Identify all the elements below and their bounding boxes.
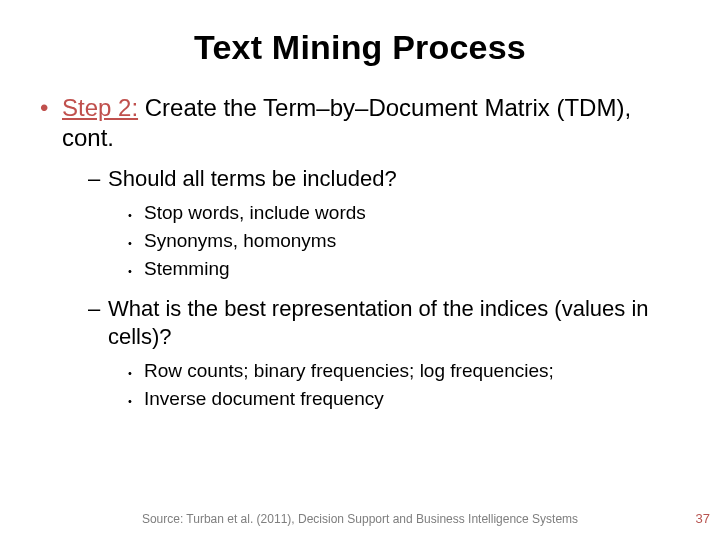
sub-item-text: Stemming <box>144 257 230 283</box>
step-line: • Step 2: Create the Term–by–Document Ma… <box>40 93 680 153</box>
sub-item-text: Stop words, include words <box>144 201 366 227</box>
step-rest: Create the Term–by–Document Matrix (TDM)… <box>62 94 631 151</box>
question-2-text: What is the best representation of the i… <box>108 295 680 351</box>
step-text: Step 2: Create the Term–by–Document Matr… <box>62 93 680 153</box>
question-1-text: Should all terms be included? <box>108 165 397 193</box>
question-2-sublist: • Row counts; binary frequencies; log fr… <box>40 359 680 413</box>
list-item: • Stemming <box>128 257 680 283</box>
dash-icon: – <box>88 165 108 193</box>
dot-icon: • <box>128 387 144 413</box>
dot-icon: • <box>128 359 144 385</box>
question-1-block: – Should all terms be included? <box>40 165 680 193</box>
dot-icon: • <box>128 201 144 227</box>
list-item: • Row counts; binary frequencies; log fr… <box>128 359 680 385</box>
question-2-block: – What is the best representation of the… <box>40 295 680 351</box>
dot-icon: • <box>128 257 144 283</box>
source-citation: Source: Turban et al. (2011), Decision S… <box>0 512 720 526</box>
list-item: • Synonyms, homonyms <box>128 229 680 255</box>
list-item: • Stop words, include words <box>128 201 680 227</box>
bullet-l1-icon: • <box>40 93 62 153</box>
dash-icon: – <box>88 295 108 351</box>
question-2: – What is the best representation of the… <box>88 295 680 351</box>
dot-icon: • <box>128 229 144 255</box>
sub-item-text: Row counts; binary frequencies; log freq… <box>144 359 554 385</box>
list-item: • Inverse document frequency <box>128 387 680 413</box>
sub-item-text: Synonyms, homonyms <box>144 229 336 255</box>
question-1-sublist: • Stop words, include words • Synonyms, … <box>40 201 680 283</box>
page-number: 37 <box>696 511 710 526</box>
slide-body: • Step 2: Create the Term–by–Document Ma… <box>0 67 720 413</box>
step-label: Step 2: <box>62 94 138 121</box>
sub-item-text: Inverse document frequency <box>144 387 384 413</box>
question-1: – Should all terms be included? <box>88 165 680 193</box>
slide-title: Text Mining Process <box>0 0 720 67</box>
